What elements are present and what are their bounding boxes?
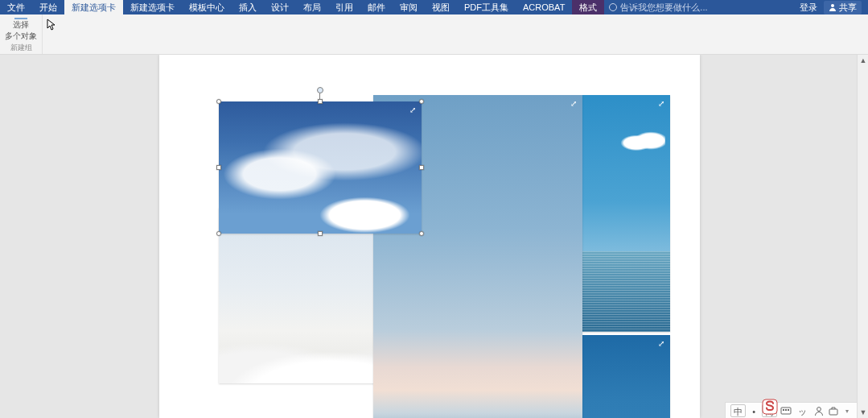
- lightbulb-icon: [609, 3, 617, 11]
- tab-design[interactable]: 设计: [264, 0, 296, 14]
- resize-handle-sw[interactable]: [216, 231, 221, 236]
- ribbon-tabbar: 文件 开始 新建选项卡 新建选项卡 模板中心 插入 设计 布局 引用 邮件 审阅…: [0, 0, 868, 14]
- share-label: 共享: [839, 2, 857, 14]
- svg-point-0: [831, 4, 834, 7]
- resize-handle-e[interactable]: [419, 165, 424, 170]
- tab-pdf-tools[interactable]: PDF工具集: [457, 0, 516, 14]
- ribbon: 选择 多个对象 新建组: [0, 14, 868, 55]
- tell-me-search[interactable]: 告诉我您想要做什么...: [604, 0, 712, 14]
- rotate-handle[interactable]: [317, 87, 323, 93]
- select-label-1: 选择: [13, 19, 29, 31]
- keyboard-icon[interactable]: [780, 405, 792, 416]
- tab-mailings[interactable]: 邮件: [360, 0, 393, 14]
- resize-handle-se[interactable]: [419, 231, 424, 236]
- resize-handle-n[interactable]: [318, 99, 323, 104]
- tab-custom2[interactable]: 新建选项卡: [123, 0, 182, 14]
- expand-icon: ⤢: [409, 106, 417, 114]
- tab-layout[interactable]: 布局: [296, 0, 328, 14]
- image-sea-horizon[interactable]: ⤢: [582, 95, 670, 332]
- person-outline-icon[interactable]: [813, 405, 825, 416]
- expand-icon: ⤢: [657, 100, 665, 108]
- ime-status-bar: 中 • 简 ッ ▾: [725, 402, 857, 418]
- svg-rect-5: [788, 409, 789, 411]
- ribbon-group-select: 选择 多个对象 新建组: [0, 14, 43, 54]
- tab-view[interactable]: 视图: [425, 0, 457, 14]
- ime-sogou-icon[interactable]: [762, 399, 778, 415]
- tab-file[interactable]: 文件: [0, 0, 32, 14]
- svg-rect-3: [783, 409, 784, 411]
- titlebar-right: 登录 共享: [800, 1, 868, 14]
- image-deep-blue-partial[interactable]: ⤢: [582, 335, 670, 418]
- tell-me-placeholder: 告诉我您想要做什么...: [620, 2, 707, 14]
- tab-acrobat[interactable]: ACROBAT: [516, 0, 572, 14]
- ime-punct-button[interactable]: •: [749, 404, 759, 417]
- ime-more-button[interactable]: ▾: [842, 404, 852, 417]
- tab-template-center[interactable]: 模板中心: [182, 0, 232, 14]
- expand-icon: ⤢: [657, 340, 665, 348]
- tab-review[interactable]: 审阅: [393, 0, 425, 14]
- svg-point-6: [817, 407, 821, 411]
- resize-handle-w[interactable]: [216, 165, 221, 170]
- tab-custom1[interactable]: 新建选项卡: [64, 0, 123, 14]
- scroll-down-button[interactable]: ▼: [858, 407, 868, 418]
- resize-handle-s[interactable]: [318, 231, 323, 236]
- svg-rect-4: [785, 409, 787, 411]
- toolbox-icon[interactable]: [828, 405, 839, 416]
- ime-lang-button[interactable]: 中: [730, 404, 746, 417]
- document-page[interactable]: ⤢ ⤢ ⤢ ⤢ ⤢: [159, 55, 700, 418]
- tab-picture-format[interactable]: 格式: [572, 0, 604, 14]
- tab-home[interactable]: 开始: [32, 0, 64, 14]
- resize-handle-ne[interactable]: [419, 99, 424, 104]
- login-link[interactable]: 登录: [800, 2, 817, 14]
- person-icon: [829, 3, 837, 11]
- share-button[interactable]: 共享: [824, 1, 862, 14]
- mouse-cursor-icon: [47, 19, 56, 31]
- cloud-decoration: [617, 130, 665, 153]
- scroll-up-button[interactable]: ▲: [858, 55, 868, 66]
- document-workarea[interactable]: ⤢ ⤢ ⤢ ⤢ ⤢ ▲ ▼: [0, 55, 868, 418]
- ribbon-group-label: 新建组: [10, 43, 32, 53]
- svg-rect-7: [829, 409, 837, 415]
- tab-insert[interactable]: 插入: [232, 0, 264, 14]
- tab-references[interactable]: 引用: [328, 0, 360, 14]
- ime-emoji-button[interactable]: ッ: [795, 404, 810, 417]
- resize-handle-nw[interactable]: [216, 99, 221, 104]
- expand-icon: ⤢: [570, 100, 578, 108]
- image-sky-clouds-selected[interactable]: ⤢: [219, 101, 422, 234]
- vertical-scrollbar[interactable]: ▲ ▼: [857, 55, 868, 418]
- select-label-2: 多个对象: [5, 31, 37, 42]
